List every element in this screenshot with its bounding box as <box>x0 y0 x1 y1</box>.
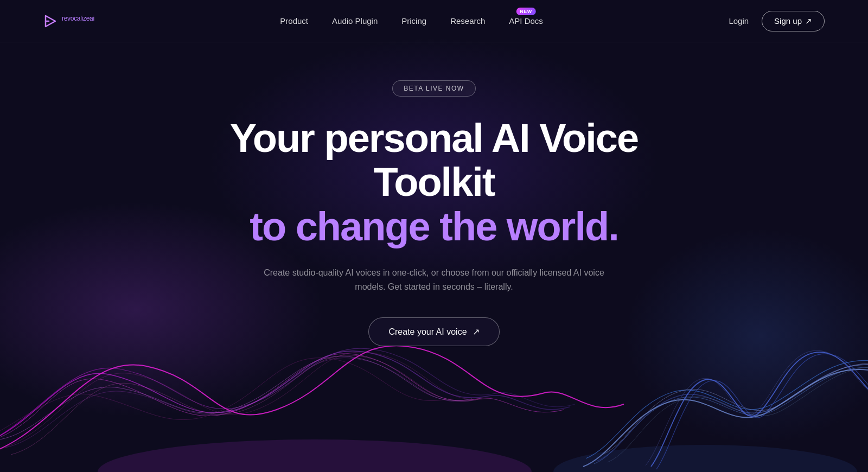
nav-item-research[interactable]: Research <box>450 16 485 26</box>
nav-links: Product Audio Plugin Pricing Research NE… <box>280 16 543 26</box>
nav-item-audio-plugin[interactable]: Audio Plugin <box>332 16 378 26</box>
cta-button[interactable]: Create your AI voice ↗ <box>368 317 499 346</box>
beta-badge: BETA LIVE NOW <box>392 80 475 97</box>
login-button[interactable]: Login <box>729 16 749 25</box>
logo[interactable]: revocalizeai <box>43 14 94 29</box>
svg-point-3 <box>553 445 857 472</box>
hero-title-line2: to change the world. <box>190 205 678 248</box>
signup-arrow-icon: ↗ <box>805 16 812 26</box>
navbar: revocalizeai Product Audio Plugin Pricin… <box>0 0 868 42</box>
hero-subtitle: Create studio-quality AI voices in one-c… <box>260 266 608 294</box>
svg-point-2 <box>98 439 532 472</box>
logo-text: revocalizeai <box>62 15 94 28</box>
nav-item-pricing[interactable]: Pricing <box>401 16 426 26</box>
hero-section: BETA LIVE NOW Your personal AI Voice Too… <box>0 42 868 346</box>
cta-arrow-icon: ↗ <box>473 327 480 337</box>
nav-item-product[interactable]: Product <box>280 16 308 26</box>
hero-title: Your personal AI Voice Toolkit to change… <box>190 116 678 248</box>
signup-button[interactable]: Sign up ↗ <box>762 11 825 31</box>
nav-item-api-docs[interactable]: NEW API Docs <box>509 16 543 26</box>
hero-title-line1: Your personal AI Voice Toolkit <box>190 116 678 205</box>
nav-actions: Login Sign up ↗ <box>729 11 825 31</box>
new-badge: NEW <box>516 8 536 15</box>
revocalize-logo-icon <box>43 14 59 29</box>
